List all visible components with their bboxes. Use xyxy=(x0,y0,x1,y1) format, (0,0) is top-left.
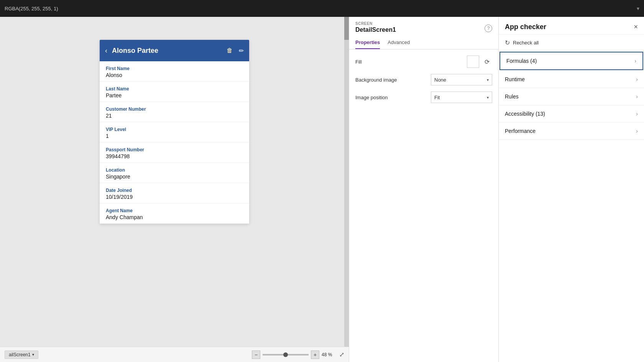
top-bar: RGBA(255, 255, 255, 1) ▾ xyxy=(0,0,644,17)
checker-item-label: Formulas (4) xyxy=(506,58,537,64)
preview-card: ‹ Alonso Partee 🗑 ✏ First NameAlonsoLast… xyxy=(100,40,249,224)
field-group: LocationSingapore xyxy=(100,163,249,183)
card-header-icons: 🗑 ✏ xyxy=(227,47,244,54)
checker-item-label: Runtime xyxy=(505,76,525,82)
checker-title: App checker xyxy=(505,23,546,31)
background-image-value-area: None ▾ xyxy=(404,74,492,85)
field-label: Last Name xyxy=(106,86,243,92)
field-label: Agent Name xyxy=(106,208,243,213)
checker-item[interactable]: Runtime› xyxy=(499,71,644,88)
background-image-label: Background image xyxy=(355,77,401,83)
panel-help-row: SCREEN DetailScreen1 ? xyxy=(355,21,492,33)
panel-content: Fill ⟳ Background image None ▾ Image pos… xyxy=(349,49,498,362)
checker-item-chevron: › xyxy=(634,58,636,64)
screen-tab[interactable]: ailScreen1 ▾ xyxy=(5,351,38,359)
card-body: First NameAlonsoLast NameParteeCustomer … xyxy=(100,61,249,224)
properties-panel: SCREEN DetailScreen1 ? PropertiesAdvance… xyxy=(349,17,498,362)
bottom-toolbar: ailScreen1 ▾ − + 48 % ⤢ xyxy=(0,347,349,362)
image-position-select[interactable]: Fit ▾ xyxy=(431,92,492,103)
canvas-area: ‹ Alonso Partee 🗑 ✏ First NameAlonsoLast… xyxy=(0,17,349,362)
field-group: Last NamePartee xyxy=(100,82,249,102)
field-group: VIP Level1 xyxy=(100,122,249,143)
recheck-label: Recheck all xyxy=(513,40,539,46)
checker-close-button[interactable]: × xyxy=(634,23,638,31)
image-position-label: Image position xyxy=(355,95,401,100)
back-icon[interactable]: ‹ xyxy=(105,47,107,55)
field-label: First Name xyxy=(106,66,243,71)
background-image-row: Background image None ▾ xyxy=(355,74,492,85)
field-value: Andy Champan xyxy=(106,214,243,220)
checker-header: App checker × xyxy=(499,17,644,34)
field-value: 39944798 xyxy=(106,153,243,159)
field-group: Date Joined10/19/2019 xyxy=(100,183,249,203)
fill-row: Fill ⟳ xyxy=(355,56,492,68)
screen-tab-chevron: ▾ xyxy=(32,352,34,357)
edit-icon[interactable]: ✏ xyxy=(239,47,244,54)
image-position-select-value: Fit xyxy=(434,95,440,100)
field-group: Customer Number21 xyxy=(100,102,249,122)
screen-name: DetailScreen1 xyxy=(355,26,396,33)
card-header: ‹ Alonso Partee 🗑 ✏ xyxy=(100,40,249,61)
screen-label: SCREEN xyxy=(355,21,396,26)
image-position-value-area: Fit ▾ xyxy=(404,92,492,103)
fill-label: Fill xyxy=(355,59,401,65)
main-area: ‹ Alonso Partee 🗑 ✏ First NameAlonsoLast… xyxy=(0,17,644,362)
fill-edit-icon[interactable]: ⟳ xyxy=(481,56,492,67)
checker-items: Formulas (4)›Runtime›Rules›Accessibility… xyxy=(499,51,644,362)
field-label: Date Joined xyxy=(106,188,243,193)
delete-icon[interactable]: 🗑 xyxy=(227,47,233,54)
field-group: First NameAlonso xyxy=(100,61,249,82)
preview-wrapper: ‹ Alonso Partee 🗑 ✏ First NameAlonsoLast… xyxy=(0,17,349,347)
field-label: Customer Number xyxy=(106,106,243,112)
zoom-controls: − + 48 % ⤢ xyxy=(252,351,344,359)
checker-item[interactable]: Rules› xyxy=(499,88,644,105)
field-value: 1 xyxy=(106,133,243,139)
field-label: Location xyxy=(106,167,243,173)
checker-item-chevron: › xyxy=(636,128,638,134)
screen-tab-label: ailScreen1 xyxy=(9,352,31,357)
checker-item-chevron: › xyxy=(636,76,638,82)
checker-item[interactable]: Accessibility (13)› xyxy=(499,105,644,123)
formula-bar: RGBA(255, 255, 255, 1) xyxy=(5,6,637,11)
field-group: Agent NameAndy Champan xyxy=(100,203,249,224)
field-group: Passport Number39944798 xyxy=(100,143,249,163)
checker-item[interactable]: Performance› xyxy=(499,123,644,140)
fill-value-area: ⟳ xyxy=(404,56,492,68)
field-value: 21 xyxy=(106,113,243,119)
zoom-plus-button[interactable]: + xyxy=(311,351,319,359)
checker-item-label: Performance xyxy=(505,128,536,134)
checker-item[interactable]: Formulas (4)› xyxy=(499,52,643,70)
formula-chevron[interactable]: ▾ xyxy=(637,5,639,11)
checker-item-label: Rules xyxy=(505,93,519,100)
panel-tab-advanced[interactable]: Advanced xyxy=(388,36,410,49)
panel-header: SCREEN DetailScreen1 ? xyxy=(349,17,498,33)
canvas-scrollbar[interactable] xyxy=(344,17,349,347)
zoom-slider[interactable] xyxy=(263,354,309,355)
zoom-slider-thumb[interactable] xyxy=(283,352,288,357)
help-icon[interactable]: ? xyxy=(485,25,492,32)
panel-tabs: PropertiesAdvanced xyxy=(349,36,498,49)
image-position-chevron: ▾ xyxy=(487,95,489,100)
checker-item-chevron: › xyxy=(636,111,638,117)
field-label: VIP Level xyxy=(106,127,243,132)
panel-tab-properties[interactable]: Properties xyxy=(355,36,380,49)
field-value: Alonso xyxy=(106,72,243,78)
background-image-select[interactable]: None ▾ xyxy=(431,74,492,85)
card-title: Alonso Partee xyxy=(112,47,222,55)
checker-item-chevron: › xyxy=(636,93,638,100)
zoom-minus-button[interactable]: − xyxy=(252,351,260,359)
checker-item-label: Accessibility (13) xyxy=(505,111,545,117)
field-value: 10/19/2019 xyxy=(106,194,243,200)
zoom-value: 48 % xyxy=(322,352,337,357)
field-label: Passport Number xyxy=(106,147,243,152)
recheck-icon: ↻ xyxy=(505,39,510,46)
recheck-all-button[interactable]: ↻ Recheck all xyxy=(499,34,644,51)
background-image-chevron: ▾ xyxy=(487,78,489,82)
field-value: Singapore xyxy=(106,174,243,180)
image-position-row: Image position Fit ▾ xyxy=(355,92,492,103)
background-image-select-value: None xyxy=(434,77,446,83)
field-value: Partee xyxy=(106,92,243,98)
fill-preview[interactable] xyxy=(467,56,479,68)
canvas-scrollbar-thumb[interactable] xyxy=(344,17,349,40)
expand-icon[interactable]: ⤢ xyxy=(339,351,344,358)
